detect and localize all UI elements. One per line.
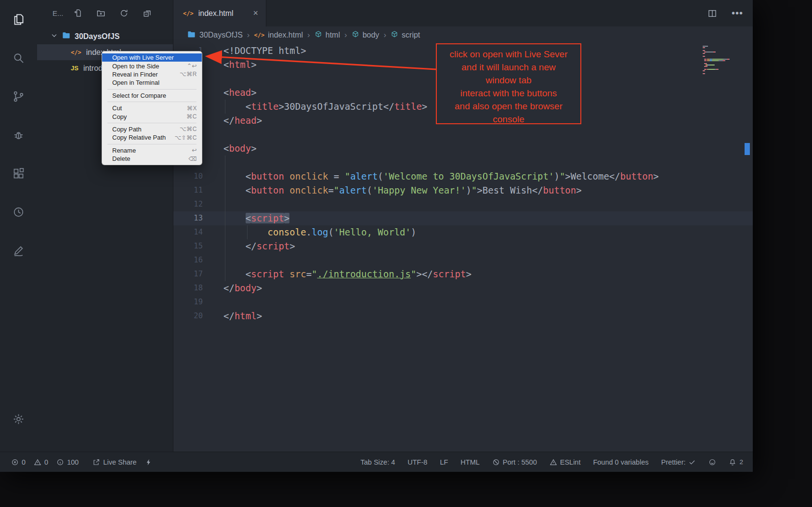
check-icon xyxy=(688,458,696,466)
code-line-8[interactable]: 8<body> xyxy=(173,142,753,156)
minimap-line xyxy=(703,57,745,58)
breadcrumb-symbol-body[interactable]: body xyxy=(352,30,380,40)
variables-status[interactable]: Found 0 variables xyxy=(593,458,648,466)
tab-index-html[interactable]: </> index.html × xyxy=(173,0,266,26)
js-file-icon: JS xyxy=(71,65,79,72)
feedback-status[interactable] xyxy=(708,458,716,466)
breadcrumb-separator: › xyxy=(247,30,250,40)
code-token: >Welcome</ xyxy=(565,171,620,182)
menu-separator xyxy=(107,144,196,144)
code-token: " xyxy=(312,269,317,279)
encoding-status[interactable]: UTF-8 xyxy=(407,458,427,466)
minimap-line xyxy=(703,70,745,71)
lightning-status[interactable] xyxy=(145,458,153,466)
menu-item-select-for-compare[interactable]: Select for Compare xyxy=(102,91,202,100)
overview-ruler-marker[interactable] xyxy=(745,143,750,155)
line-number: 16 xyxy=(173,253,203,267)
code-line-18[interactable]: 18</body> xyxy=(173,281,753,295)
menu-item-delete[interactable]: Delete⌫ xyxy=(102,155,202,163)
code-token: src xyxy=(289,269,306,279)
code-line-16[interactable]: 16 xyxy=(173,253,753,267)
breadcrumb-symbol-script[interactable]: script xyxy=(391,30,420,40)
explorer-activity-button[interactable] xyxy=(0,0,37,39)
code-token: " xyxy=(411,269,416,279)
eol-status[interactable]: LF xyxy=(440,458,448,466)
vscode-window: E... 30DaysOfJS </> index.html xyxy=(0,0,753,472)
live-server-port-status[interactable]: Port : 5500 xyxy=(492,458,537,466)
menu-item-copy[interactable]: Copy⌘C xyxy=(102,112,202,120)
more-actions-icon[interactable]: ••• xyxy=(732,8,743,19)
language-mode-status[interactable]: HTML xyxy=(460,458,479,466)
debug-bug-icon xyxy=(12,129,25,142)
code-line-17[interactable]: 17 <script src="./introduction.js">﻿</sc… xyxy=(173,267,753,281)
notifications-status[interactable]: 2 xyxy=(729,458,743,466)
pen-activity-button[interactable] xyxy=(0,231,37,270)
collapse-all-icon[interactable] xyxy=(143,9,152,18)
menu-item-label: Open in Terminal xyxy=(112,79,159,86)
menu-item-reveal-in-finder[interactable]: Reveal in Finder⌥⌘R xyxy=(102,70,202,78)
clock-icon xyxy=(12,206,25,219)
indent-guide xyxy=(247,225,248,239)
code-token: body xyxy=(235,283,257,293)
files-icon xyxy=(12,13,25,26)
indent-guide xyxy=(225,211,225,225)
live-share-status[interactable]: Live Share xyxy=(92,458,136,466)
split-editor-icon[interactable] xyxy=(707,9,717,18)
code-token: ) xyxy=(554,171,559,182)
menu-item-open-to-the-side[interactable]: Open to the Side⌃↩ xyxy=(102,62,202,70)
menu-item-copy-relative-path[interactable]: Copy Relative Path⌥⇧⌘C xyxy=(102,133,202,142)
menu-item-open-with-live-server[interactable]: Open with Live Server xyxy=(102,53,202,62)
close-icon[interactable]: × xyxy=(253,8,258,18)
code-line-20[interactable]: 20</html> xyxy=(173,309,753,323)
new-folder-icon[interactable] xyxy=(96,9,105,18)
extensions-activity-button[interactable] xyxy=(0,154,37,193)
line-number: 15 xyxy=(173,239,203,253)
code-line-11[interactable]: 11 <button onclick="alert('Happy New Yea… xyxy=(173,183,753,197)
breadcrumb-symbol-html[interactable]: html xyxy=(314,30,340,40)
line-number: 12 xyxy=(173,197,203,211)
html-file-icon: </> xyxy=(254,32,264,39)
menu-item-rename[interactable]: Rename↩ xyxy=(102,146,202,155)
error-count[interactable]: 0 xyxy=(11,458,26,466)
menu-item-copy-path[interactable]: Copy Path⌥⌘C xyxy=(102,125,202,133)
line-text: </html> xyxy=(223,311,262,321)
code-line-9[interactable]: 9 xyxy=(173,156,753,169)
code-line-13[interactable]: 13 <script> xyxy=(173,211,753,225)
eslint-status[interactable]: ESLint xyxy=(550,458,581,466)
lightning-icon xyxy=(145,458,153,466)
menu-item-label: Rename xyxy=(112,147,136,154)
menu-item-label: Copy Path xyxy=(112,126,142,133)
code-token xyxy=(223,227,268,237)
warning-count[interactable]: 0 xyxy=(34,458,48,466)
code-line-15[interactable]: 15 </script> xyxy=(173,239,753,253)
code-line-7[interactable]: 7 xyxy=(173,128,753,142)
code-token: " xyxy=(345,171,350,182)
run-debug-activity-button[interactable] xyxy=(0,116,37,154)
indent-guide xyxy=(225,169,225,183)
source-control-activity-button[interactable] xyxy=(0,77,37,116)
refresh-icon[interactable] xyxy=(119,9,129,18)
code-line-12[interactable]: 12 xyxy=(173,197,753,211)
search-activity-button[interactable] xyxy=(0,39,37,77)
settings-button[interactable] xyxy=(0,400,37,438)
minimap-line xyxy=(703,47,745,48)
line-text: <head> xyxy=(223,87,257,98)
code-line-10[interactable]: 10 <button onclick = "alert('Welcome to … xyxy=(173,169,753,183)
new-file-icon[interactable] xyxy=(73,9,82,18)
prettier-status[interactable]: Prettier: xyxy=(661,458,696,466)
info-count[interactable]: 100 xyxy=(56,458,79,466)
breadcrumb-file[interactable]: </> index.html xyxy=(254,31,303,39)
menu-item-open-in-terminal[interactable]: Open in Terminal xyxy=(102,78,202,87)
breadcrumb-folder[interactable]: 30DaysOfJS xyxy=(187,30,243,41)
folder-icon xyxy=(62,31,71,42)
minimap[interactable] xyxy=(703,46,745,75)
code-line-19[interactable]: 19 xyxy=(173,295,753,309)
menu-item-shortcut: ⌥⌘C xyxy=(180,126,197,132)
tab-size-status[interactable]: Tab Size: 4 xyxy=(361,458,395,466)
minimap-line xyxy=(703,63,745,64)
menu-item-cut[interactable]: Cut⌘X xyxy=(102,104,202,112)
clock-activity-button[interactable] xyxy=(0,193,37,231)
code-token: button xyxy=(620,171,654,182)
code-line-14[interactable]: 14 console.log('Hello, World') xyxy=(173,225,753,239)
tree-folder-30daysofjs[interactable]: 30DaysOfJS xyxy=(37,28,173,44)
